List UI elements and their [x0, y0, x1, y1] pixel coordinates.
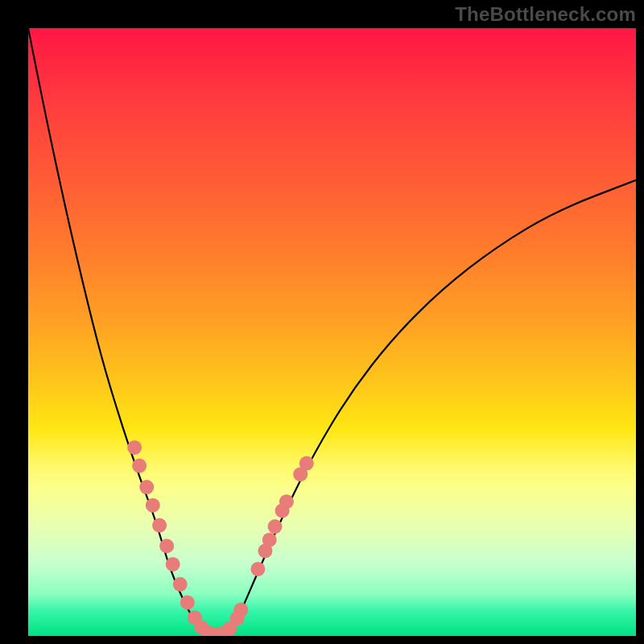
highlight-dot	[233, 603, 248, 617]
highlight-dot	[279, 494, 294, 509]
highlight-dot	[180, 595, 195, 609]
highlight-dot	[146, 498, 160, 513]
highlight-dot	[127, 440, 142, 455]
highlight-dot	[262, 533, 277, 547]
curve-svg	[28, 28, 636, 636]
plot-area	[28, 28, 636, 636]
highlight-dot	[250, 562, 265, 576]
highlight-dot	[139, 480, 154, 494]
highlight-dot	[268, 519, 283, 534]
chart-frame: TheBottleneck.com	[0, 0, 644, 644]
highlight-dot	[166, 557, 180, 572]
highlight-dot	[299, 456, 314, 471]
dots-group	[127, 440, 314, 636]
highlight-dot	[152, 518, 167, 533]
highlight-dot	[159, 539, 174, 553]
curve-left-path	[28, 28, 204, 636]
highlight-dot	[173, 577, 188, 592]
highlight-dot	[132, 459, 147, 473]
watermark-text: TheBottleneck.com	[455, 3, 636, 26]
curve-right-path	[229, 180, 636, 636]
